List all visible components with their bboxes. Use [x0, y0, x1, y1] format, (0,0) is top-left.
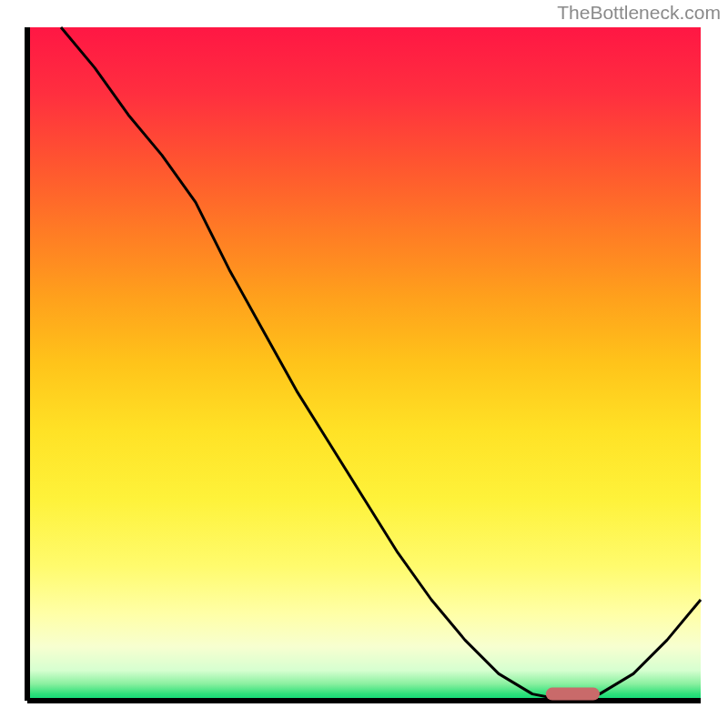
chart-svg: [0, 0, 728, 728]
watermark-text: TheBottleneck.com: [557, 2, 721, 24]
chart-container: TheBottleneck.com: [0, 0, 728, 728]
optimal-marker: [546, 688, 600, 701]
chart-background: [27, 27, 701, 701]
